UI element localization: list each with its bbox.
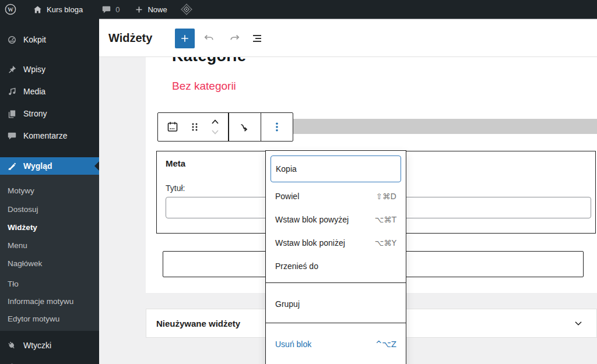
- home-icon: [33, 5, 43, 15]
- site-name-label: Kurs bloga: [47, 5, 83, 14]
- sidebar-item-media[interactable]: Media: [0, 83, 99, 100]
- move-up-button[interactable]: [206, 115, 224, 127]
- drag-handle-icon: [189, 120, 200, 134]
- sidebar-item-partial[interactable]: [0, 359, 99, 364]
- menu-item-label: Grupuj: [275, 299, 300, 309]
- menu-item-przenies-do[interactable]: Przenieś do: [271, 255, 401, 278]
- sidebar-item-strony[interactable]: Strony: [0, 105, 99, 122]
- plus-icon: [179, 33, 191, 44]
- menu-item-shortcut: ⌥⌘T: [375, 215, 396, 224]
- pages-icon: [6, 109, 17, 119]
- comments-icon: [6, 131, 17, 141]
- menu-item-label: Przenieś do: [275, 261, 318, 271]
- new-label: Nowe: [148, 5, 167, 14]
- sidebar-label: Wpisy: [23, 65, 45, 74]
- submenu-item-widzety[interactable]: Widżety: [0, 222, 99, 234]
- block-toolbar: [157, 112, 293, 142]
- menu-item-label: Wstaw blok powyżej: [275, 215, 349, 224]
- menu-item-usun-blok[interactable]: Usuń blok ^⌥Z: [271, 333, 401, 356]
- plugins-icon: [6, 341, 17, 351]
- block-type-button[interactable]: [161, 113, 184, 141]
- appearance-submenu: Motywy Dostosuj Widżety Menu Nagłówek Tł…: [0, 175, 99, 331]
- unused-widgets-label: Nieużywane widżety: [156, 319, 240, 328]
- users-icon: [6, 362, 17, 364]
- admin-bar: W Kurs bloga 0 Nowe: [0, 0, 597, 19]
- calendar-icon: [166, 120, 180, 134]
- new-content-menu[interactable]: Nowe: [129, 0, 173, 19]
- submenu-item-menu[interactable]: Menu: [0, 240, 99, 252]
- dashboard-icon: [6, 35, 17, 45]
- submenu-item-tlo[interactable]: Tło: [0, 278, 99, 290]
- block-placeholder-strip: [293, 119, 597, 134]
- submenu-item-edytor-motywu[interactable]: Edytor motywu: [0, 313, 99, 325]
- menu-divider: [265, 323, 406, 323]
- move-to-arrow-icon: [238, 120, 252, 134]
- comments-count: 0: [115, 5, 120, 14]
- sidebar-label: Wtyczki: [23, 341, 51, 350]
- active-menu-arrow: [90, 161, 99, 171]
- submenu-item-motywy[interactable]: Motywy: [0, 185, 99, 197]
- menu-item-wstaw-blok-ponizej[interactable]: Wstaw blok poniżej ⌥⌘Y: [271, 231, 401, 255]
- site-name-menu[interactable]: Kurs bloga: [27, 0, 89, 19]
- submenu-item-informacje-motywu[interactable]: Informacje motywu: [0, 296, 99, 308]
- sidebar-item-wtyczki[interactable]: Wtyczki: [0, 337, 99, 354]
- redo-button[interactable]: [227, 31, 243, 46]
- sidebar-label: Komentarze: [23, 131, 67, 140]
- menu-item-shortcut: ⌥⌘Y: [375, 238, 396, 248]
- block-options-menu: Kopia Powiel ⇧⌘D Wstaw blok powyżej ⌥⌘T …: [265, 150, 406, 364]
- sidebar-item-kokpit[interactable]: Kokpit: [0, 31, 99, 48]
- list-view-icon: [250, 31, 264, 45]
- block-inserter-button[interactable]: [175, 29, 195, 48]
- undo-icon: [202, 31, 216, 45]
- redo-icon: [228, 31, 242, 45]
- comment-bubble-icon: [101, 5, 111, 15]
- menu-item-label: Usuń blok: [275, 340, 311, 349]
- sidebar-item-wpisy[interactable]: Wpisy: [0, 61, 99, 77]
- sidebar-item-komentarze[interactable]: Komentarze: [0, 128, 99, 144]
- menu-item-shortcut: ^⌥Z: [375, 340, 396, 349]
- plugin-diamond-icon: [180, 3, 193, 16]
- submenu-item-naglowek[interactable]: Nagłówek: [0, 258, 99, 270]
- menu-item-wstaw-blok-powyzej[interactable]: Wstaw blok powyżej ⌥⌘T: [271, 208, 401, 231]
- drag-handle[interactable]: [187, 113, 202, 141]
- sidebar-label: Strony: [23, 109, 47, 118]
- chevron-down-icon[interactable]: [572, 317, 585, 330]
- undo-button[interactable]: [201, 31, 216, 46]
- menu-divider: [265, 282, 406, 283]
- menu-item-label: Kopia: [276, 164, 297, 174]
- pushpin-icon: [6, 65, 17, 75]
- menu-item-kopia[interactable]: Kopia: [271, 156, 401, 182]
- wp-logo-menu[interactable]: W: [0, 0, 22, 19]
- widget-area-heading: Kategorie: [172, 57, 246, 65]
- chevron-down-icon: [208, 128, 222, 138]
- block-movers: [206, 115, 224, 139]
- page-title: Widżety: [108, 19, 152, 56]
- list-view-button[interactable]: [250, 31, 265, 46]
- move-down-button[interactable]: [206, 127, 224, 139]
- sidebar-label: Media: [23, 87, 45, 96]
- chevron-up-icon: [208, 116, 222, 126]
- wordpress-logo-icon: W: [5, 3, 16, 15]
- submenu-item-dostosuj[interactable]: Dostosuj: [0, 204, 99, 215]
- category-link[interactable]: Bez kategorii: [172, 80, 236, 93]
- title-field-label: Tytuł:: [166, 183, 185, 193]
- menu-item-powiel[interactable]: Powiel ⇧⌘D: [271, 185, 401, 208]
- sidebar-item-wyglad[interactable]: Wygląd: [0, 157, 99, 175]
- appearance-brush-icon: [6, 161, 17, 171]
- block-options-button[interactable]: [261, 113, 293, 141]
- plus-icon: [135, 5, 143, 14]
- sidebar-label: Kokpit: [23, 35, 46, 44]
- meta-widget-title: Meta: [166, 158, 185, 168]
- menu-item-label: Wstaw blok poniżej: [275, 238, 345, 248]
- svg-text:W: W: [8, 6, 13, 13]
- menu-item-label: Powiel: [275, 192, 299, 201]
- ellipsis-vertical-icon: [270, 120, 284, 134]
- plugin-shortcut-menu[interactable]: [174, 0, 199, 19]
- sidebar-label: Wygląd: [23, 161, 52, 171]
- media-icon: [6, 87, 17, 97]
- menu-item-grupuj[interactable]: Grupuj: [271, 292, 401, 316]
- comments-menu[interactable]: 0: [96, 0, 125, 19]
- move-to-button[interactable]: [229, 113, 261, 141]
- menu-item-shortcut: ⇧⌘D: [376, 192, 396, 201]
- widgets-editor-header: Widżety: [99, 19, 597, 57]
